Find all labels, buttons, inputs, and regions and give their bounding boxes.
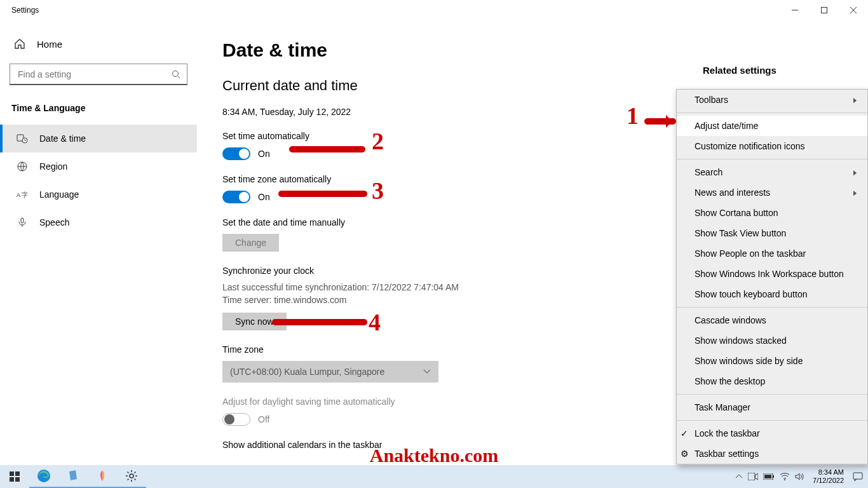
category-title: Time & Language <box>0 98 197 118</box>
chevron-right-icon: ▶ <box>853 168 857 177</box>
microphone-icon <box>14 217 31 228</box>
svg-text:字: 字 <box>22 192 28 199</box>
tz-select[interactable]: (UTC+08:00) Kuala Lumpur, Singapore <box>222 361 438 383</box>
current-heading: Current date and time <box>222 78 658 94</box>
annotation-3: 3 <box>372 177 384 205</box>
taskbar[interactable]: 8:34 AM 7/12/2022 <box>0 465 868 488</box>
tray-notifications-icon[interactable] <box>853 472 863 481</box>
nav-language[interactable]: A字 Language <box>0 180 197 208</box>
ctx-toolbars[interactable]: Toolbars▶ <box>677 90 867 110</box>
watermark: Anaktekno.com <box>370 445 499 466</box>
svg-rect-8 <box>10 471 14 476</box>
annotation-2: 2 <box>372 127 384 155</box>
sync-server: Time server: time.windows.com <box>222 295 658 305</box>
titlebar: Settings <box>0 0 868 20</box>
home-icon <box>11 38 28 50</box>
dst-toggle <box>222 413 250 426</box>
related-heading: Related settings <box>677 65 868 76</box>
svg-point-1 <box>173 71 179 76</box>
taskbar-app1-icon[interactable] <box>58 465 88 488</box>
svg-rect-10 <box>10 477 14 482</box>
tray-date: 7/12/2022 <box>813 477 844 485</box>
taskbar-context-menu: Toolbars▶ Adjust date/time Customize not… <box>676 89 868 464</box>
nav-speech[interactable]: Speech <box>0 208 197 236</box>
search-box[interactable] <box>10 64 187 85</box>
ctx-cortana[interactable]: Show Cortana button <box>677 203 867 223</box>
ctx-taskmgr[interactable]: Task Manager <box>677 397 867 417</box>
gear-icon: ⚙ <box>681 449 689 459</box>
svg-rect-11 <box>15 477 20 482</box>
tz-label: Time zone <box>222 344 658 355</box>
clock-icon <box>14 133 31 144</box>
tray-volume-icon[interactable] <box>795 473 804 480</box>
taskbar-edge-icon[interactable] <box>29 465 58 488</box>
sync-heading: Synchronize your clock <box>222 266 658 276</box>
svg-rect-19 <box>853 473 862 479</box>
nav-label: Region <box>39 161 67 172</box>
ctx-search[interactable]: Search▶ <box>677 162 867 182</box>
sidebar: Home Time & Language Date & time Region … <box>0 20 203 465</box>
close-button[interactable] <box>839 0 868 20</box>
taskbar-app2-icon[interactable] <box>88 465 117 488</box>
ctx-cascade[interactable]: Cascade windows <box>677 310 867 330</box>
ctx-desktop[interactable]: Show the desktop <box>677 371 867 391</box>
chevron-down-icon <box>423 369 431 374</box>
annotation-1: 1 <box>627 102 639 130</box>
search-icon <box>172 70 180 79</box>
home-nav[interactable]: Home <box>0 33 197 55</box>
tz-value: (UTC+08:00) Kuala Lumpur, Singapore <box>230 367 384 377</box>
chevron-right-icon: ▶ <box>853 189 857 197</box>
annotation-arrow-2 <box>289 146 365 152</box>
tray-battery-icon[interactable] <box>763 473 775 480</box>
start-button[interactable] <box>0 465 29 488</box>
current-datetime: 8:34 AM, Tuesday, July 12, 2022 <box>222 107 658 117</box>
svg-text:A: A <box>17 192 20 198</box>
ctx-people[interactable]: Show People on the taskbar <box>677 243 867 264</box>
set-tz-auto-toggle[interactable] <box>222 191 250 203</box>
nav-date-time[interactable]: Date & time <box>0 125 197 152</box>
set-time-auto-toggle[interactable] <box>222 147 250 160</box>
ctx-touchkb[interactable]: Show touch keyboard button <box>677 284 867 304</box>
globe-icon <box>14 161 31 172</box>
svg-rect-7 <box>21 218 24 223</box>
ctx-adjust-datetime[interactable]: Adjust date/time <box>677 116 867 136</box>
nav-label: Speech <box>39 217 69 227</box>
minimize-button[interactable] <box>780 0 810 20</box>
annotation-arrow-1 <box>644 118 676 125</box>
page-title: Date & time <box>222 39 658 61</box>
svg-point-13 <box>130 474 133 478</box>
change-button[interactable]: Change <box>222 234 279 252</box>
search-input[interactable] <box>17 69 172 80</box>
annotation-arrow-4 <box>272 319 367 325</box>
maximize-button[interactable] <box>810 0 839 20</box>
svg-rect-16 <box>773 475 774 478</box>
svg-rect-0 <box>822 8 827 13</box>
tray-chevron-up-icon[interactable] <box>735 473 743 480</box>
home-label: Home <box>37 39 62 50</box>
annotation-arrow-3 <box>278 191 367 197</box>
tray-time: 8:34 AM <box>813 468 844 477</box>
ctx-taskview[interactable]: Show Task View button <box>677 223 867 243</box>
ctx-stacked[interactable]: Show windows stacked <box>677 330 867 351</box>
ctx-lock-taskbar[interactable]: ✓Lock the taskbar <box>677 423 867 444</box>
set-time-auto-state: On <box>258 149 270 159</box>
ctx-customize-notifications[interactable]: Customize notification icons <box>677 136 867 156</box>
content: Date & time Current date and time 8:34 A… <box>203 20 677 465</box>
tray-meet-icon[interactable] <box>748 473 758 480</box>
sync-last: Last successful time synchronization: 7/… <box>222 282 658 292</box>
ctx-ink[interactable]: Show Windows Ink Workspace button <box>677 264 867 284</box>
svg-rect-14 <box>748 473 755 480</box>
tray-clock[interactable]: 8:34 AM 7/12/2022 <box>809 468 848 485</box>
ctx-sideby[interactable]: Show windows side by side <box>677 351 867 371</box>
ctx-taskbar-settings[interactable]: ⚙Taskbar settings <box>677 444 867 464</box>
nav-region[interactable]: Region <box>0 152 197 180</box>
ctx-news[interactable]: News and interests▶ <box>677 182 867 203</box>
taskbar-settings-icon[interactable] <box>117 465 146 488</box>
set-tz-auto-state: On <box>258 192 270 202</box>
language-icon: A字 <box>14 189 31 200</box>
svg-rect-17 <box>764 475 771 478</box>
set-tz-auto-label: Set time zone automatically <box>222 174 658 184</box>
set-time-auto-label: Set time automatically <box>222 131 658 141</box>
svg-point-18 <box>784 479 785 480</box>
tray-wifi-icon[interactable] <box>780 473 790 480</box>
